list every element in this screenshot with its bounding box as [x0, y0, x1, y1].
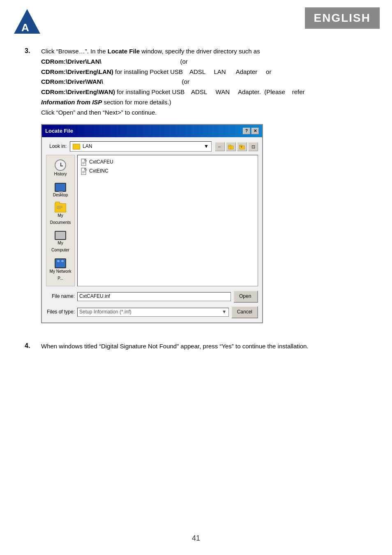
file-name-cxtetNC: CxtEtNC	[89, 167, 108, 175]
company-logo: A	[12, 7, 42, 38]
sidebar-item-mydocs[interactable]: My Documents	[48, 202, 73, 228]
page-number: 41	[192, 534, 200, 543]
step-3-number: 3.	[25, 46, 41, 330]
step-4: 4. When windows titled “Digital Signatur…	[25, 341, 367, 352]
language-badge: ENGLISH	[305, 7, 380, 29]
network-label: My Network P...	[49, 268, 72, 282]
back-button[interactable]: ←	[215, 142, 225, 151]
file-list: CxtCAFEU	[77, 155, 258, 286]
sidebar-item-desktop[interactable]: Desktop	[48, 181, 73, 200]
svg-text:*: *	[241, 145, 242, 150]
filetype-arrow-icon: ▼	[222, 308, 227, 316]
dialog-toolbar: ← ↑ * ⊡	[215, 142, 258, 151]
sidebar-item-network[interactable]: My Network P...	[48, 257, 73, 283]
history-label: History	[54, 171, 67, 178]
dialog-titlebar: Locate File ? ✕	[42, 125, 262, 137]
look-in-dropdown[interactable]: LAN ▼	[70, 141, 212, 152]
mycomputer-label: My Computer	[49, 240, 72, 253]
dialog-title: Locate File	[45, 127, 73, 135]
svg-text:↑: ↑	[230, 147, 232, 150]
look-in-label: Look in:	[46, 143, 67, 151]
filename-input[interactable]: CxtCAFEU.inf	[77, 292, 231, 301]
look-in-value: LAN	[83, 143, 92, 151]
desktop-icon	[55, 183, 66, 192]
up-folder-button[interactable]: ↑	[226, 142, 236, 151]
sidebar-item-history[interactable]: History	[48, 158, 73, 180]
history-icon	[55, 159, 66, 171]
new-folder-button[interactable]: *	[237, 142, 247, 151]
folder-icon-sm	[73, 144, 80, 150]
filetype-dropdown[interactable]: Setup Information (*.inf) ▼	[77, 308, 229, 317]
mycomputer-icon	[55, 231, 66, 240]
open-button[interactable]: Open	[233, 290, 258, 303]
locate-file-dialog: Locate File ? ✕ Look in: LAN	[41, 124, 263, 323]
cancel-button[interactable]: Cancel	[231, 306, 258, 318]
filetype-value: Setup Information (*.inf)	[79, 308, 131, 316]
mydocs-label: My Documents	[49, 212, 72, 226]
file-item-cxtetNC[interactable]: CxtEtNC	[80, 167, 255, 176]
file-icon-cxtcafeu	[81, 159, 88, 166]
help-button[interactable]: ?	[243, 128, 250, 134]
step-4-text: When windows titled “Digital Signature N…	[41, 341, 309, 352]
step-3: 3. Click “Browse…”. In the Locate File w…	[25, 46, 367, 330]
dropdown-arrow-icon: ▼	[204, 143, 209, 151]
dialog-sidebar: History Desktop	[46, 155, 75, 286]
mydocs-icon	[55, 203, 66, 212]
view-button[interactable]: ⊡	[248, 142, 258, 151]
dialog-titlebar-buttons[interactable]: ? ✕	[243, 128, 259, 134]
step-4-number: 4.	[25, 341, 41, 352]
filetype-label: Files of type:	[46, 308, 75, 316]
close-button[interactable]: ✕	[251, 128, 259, 134]
network-icon	[55, 258, 66, 268]
file-name-cxtcafeu: CxtCAFEU	[89, 158, 113, 166]
step-3-text: Click “Browse…”. In the Locate File wind…	[41, 46, 305, 330]
sidebar-item-mycomputer[interactable]: My Computer	[48, 229, 73, 255]
file-icon-cxtetNC	[81, 168, 88, 175]
svg-text:A: A	[21, 21, 29, 34]
file-item-cxtcafeu[interactable]: CxtCAFEU	[80, 158, 255, 167]
svg-rect-3	[228, 145, 231, 146]
filename-label: File name:	[46, 292, 75, 301]
